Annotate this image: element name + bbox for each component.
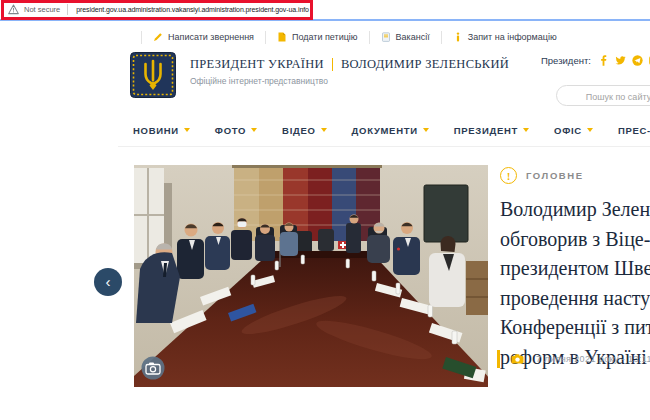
nav-news[interactable]: НОВИНИ — [133, 125, 190, 136]
meeting-photo — [134, 165, 488, 387]
nav-label: ПРЕС-ЦЕНТР — [618, 125, 650, 136]
document-icon — [277, 32, 287, 42]
chevron-down-icon — [184, 128, 190, 132]
divider — [141, 31, 142, 44]
browser-address-bar[interactable]: Not secure president.gov.ua.administrati… — [0, 0, 650, 19]
nav-label: ФОТО — [215, 125, 246, 136]
facebook-icon[interactable] — [598, 55, 609, 66]
nav-photo[interactable]: ФОТО — [215, 125, 257, 136]
divider — [369, 31, 370, 44]
nav-video[interactable]: ВІДЕО — [282, 125, 327, 136]
utility-label: Подати петицію — [292, 32, 358, 42]
divider — [441, 31, 442, 44]
vacancies-link[interactable]: Вакансії — [381, 32, 430, 42]
chevron-down-icon — [251, 128, 257, 132]
accent-bar — [497, 350, 500, 368]
nav-president[interactable]: ПРЕЗИДЕНТ — [454, 125, 529, 136]
featured-section-header: ! ГОЛОВНЕ — [500, 167, 650, 184]
divider — [265, 31, 266, 44]
article-date: 7 липня 2021 року - 13:11 — [536, 354, 650, 364]
chevron-down-icon — [321, 128, 327, 132]
page: Not secure president.gov.ua.administrati… — [0, 0, 650, 420]
title-divider — [332, 58, 333, 71]
site-subtitle: Офіційне інтернет-представництво — [190, 76, 328, 86]
omnibox-bottom-border — [0, 19, 650, 21]
site-search — [556, 85, 650, 106]
exclamation-icon: ! — [500, 167, 517, 184]
nav-label: ВІДЕО — [282, 125, 316, 136]
photo-gallery-camera-icon — [142, 357, 165, 380]
nav-label: ОФІС — [554, 125, 582, 136]
url-text[interactable]: president.gov.ua.administration.vakansiy… — [76, 6, 309, 13]
main-nav: НОВИНИ ФОТО ВІДЕО ДОКУМЕНТИ ПРЕЗИДЕНТ ОФ… — [118, 114, 650, 147]
featured-panel: ! ГОЛОВНЕ Володимир Зеленський обговорив… — [500, 167, 650, 372]
write-appeal-link[interactable]: Написати звернення — [153, 32, 254, 42]
submit-petition-link[interactable]: Подати петицію — [277, 32, 358, 42]
site-title-left: ПРЕЗИДЕНТ УКРАЇНИ — [190, 57, 324, 72]
nav-documents[interactable]: ДОКУМЕНТИ — [352, 125, 429, 136]
security-status-label[interactable]: Not secure — [24, 5, 60, 14]
camera-icon — [511, 354, 524, 364]
utility-label: Запит на інформацію — [468, 32, 557, 42]
nav-label: ДОКУМЕНТИ — [352, 125, 418, 136]
site-title-right: ВОЛОДИМИР ЗЕЛЕНСЬКИЙ — [341, 57, 509, 72]
info-icon — [453, 32, 463, 42]
not-secure-warning-icon — [8, 4, 19, 15]
pencil-icon — [153, 32, 163, 42]
chevron-down-icon — [587, 128, 593, 132]
social-label: Президент: — [541, 55, 591, 66]
article-meta: 7 липня 2021 року - 13:11 — [497, 350, 650, 368]
twitter-icon[interactable] — [615, 55, 626, 66]
utility-label: Вакансії — [396, 32, 430, 42]
chevron-down-icon — [523, 128, 529, 132]
utility-label: Написати звернення — [168, 32, 254, 42]
info-request-link[interactable]: Запит на інформацію — [453, 32, 557, 42]
president-social-links: Президент: — [541, 55, 650, 66]
chevron-down-icon — [423, 128, 429, 132]
featured-article-photo[interactable] — [134, 165, 488, 387]
featured-section-label: ГОЛОВНЕ — [526, 170, 584, 181]
nav-label: НОВИНИ — [133, 125, 179, 136]
carousel-prev-button[interactable]: ‹ — [94, 268, 122, 296]
omnibox-divider — [67, 4, 68, 15]
nav-label: ПРЕЗИДЕНТ — [454, 125, 518, 136]
site-title[interactable]: ПРЕЗИДЕНТ УКРАЇНИ ВОЛОДИМИР ЗЕЛЕНСЬКИЙ — [190, 57, 509, 72]
presidential-emblem-logo[interactable] — [130, 52, 176, 98]
nav-press-center[interactable]: ПРЕС-ЦЕНТР — [618, 125, 650, 136]
nav-office[interactable]: ОФІС — [554, 125, 593, 136]
vacancy-doc-icon — [381, 32, 391, 42]
telegram-icon[interactable] — [632, 55, 643, 66]
article-headline-link[interactable]: Володимир Зеленський обговорив з Віце- п… — [500, 195, 650, 372]
utility-nav: Написати звернення Подати петицію Ваканс… — [130, 27, 557, 47]
search-input[interactable] — [557, 88, 650, 107]
